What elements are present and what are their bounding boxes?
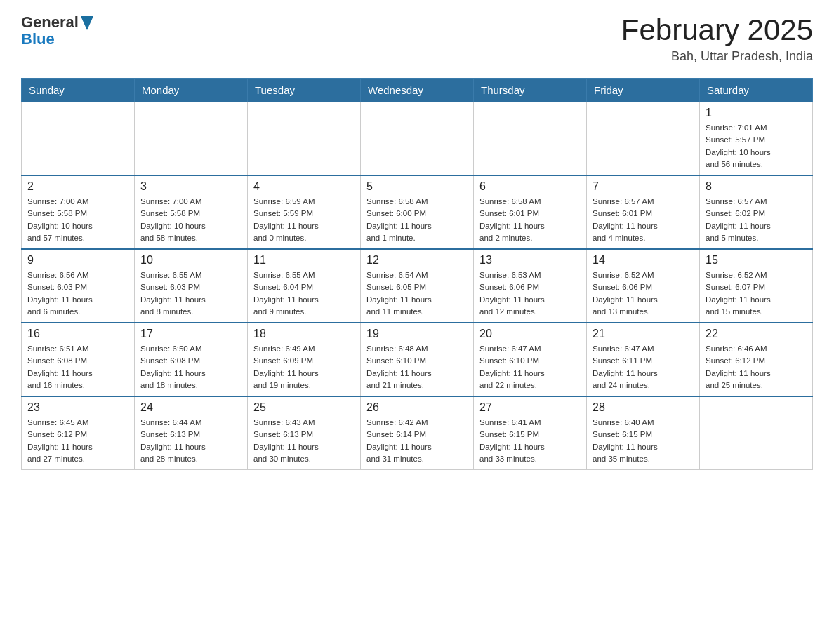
header-sunday: Sunday (22, 79, 135, 102)
day-info: Sunrise: 6:52 AMSunset: 6:07 PMDaylight:… (706, 269, 807, 318)
day-number: 9 (27, 254, 128, 267)
day-number: 25 (253, 401, 355, 414)
header-saturday: Saturday (700, 79, 813, 102)
header-thursday: Thursday (474, 79, 587, 102)
day-number: 1 (706, 107, 807, 119)
day-number: 27 (479, 401, 581, 414)
day-info: Sunrise: 6:57 AMSunset: 6:01 PMDaylight:… (593, 196, 694, 244)
calendar-cell-w3-d6: 15Sunrise: 6:52 AMSunset: 6:07 PMDayligh… (700, 249, 813, 323)
day-info: Sunrise: 6:41 AMSunset: 6:15 PMDaylight:… (479, 417, 581, 465)
day-number: 15 (706, 254, 807, 267)
day-number: 16 (27, 328, 128, 340)
calendar-cell-w3-d1: 10Sunrise: 6:55 AMSunset: 6:03 PMDayligh… (135, 249, 248, 323)
header-friday: Friday (587, 79, 700, 102)
calendar-cell-w4-d3: 19Sunrise: 6:48 AMSunset: 6:10 PMDayligh… (361, 323, 474, 396)
calendar-cell-w1-d4 (474, 102, 587, 176)
calendar-cell-w3-d5: 14Sunrise: 6:52 AMSunset: 6:06 PMDayligh… (587, 249, 700, 323)
calendar-cell-w5-d2: 25Sunrise: 6:43 AMSunset: 6:13 PMDayligh… (248, 396, 361, 470)
header-monday: Monday (135, 79, 248, 102)
logo-blue-text: Blue (21, 30, 55, 48)
day-info: Sunrise: 6:43 AMSunset: 6:13 PMDaylight:… (253, 417, 355, 465)
day-number: 13 (479, 254, 581, 267)
calendar-cell-w5-d1: 24Sunrise: 6:44 AMSunset: 6:13 PMDayligh… (135, 396, 248, 470)
day-number: 3 (140, 180, 241, 193)
day-number: 22 (706, 328, 807, 340)
day-number: 4 (253, 180, 355, 193)
svg-marker-0 (81, 16, 93, 30)
day-info: Sunrise: 6:47 AMSunset: 6:11 PMDaylight:… (593, 343, 694, 391)
day-info: Sunrise: 7:01 AMSunset: 5:57 PMDaylight:… (706, 122, 807, 170)
day-number: 6 (479, 180, 581, 193)
day-number: 7 (593, 180, 694, 193)
day-number: 18 (253, 328, 355, 340)
day-info: Sunrise: 6:48 AMSunset: 6:10 PMDaylight:… (366, 343, 468, 391)
calendar-table: Sunday Monday Tuesday Wednesday Thursday… (21, 78, 813, 470)
calendar-cell-w1-d3 (361, 102, 474, 176)
calendar-cell-w1-d1 (135, 102, 248, 176)
calendar-cell-w2-d2: 4Sunrise: 6:59 AMSunset: 5:59 PMDaylight… (248, 175, 361, 249)
calendar-cell-w2-d1: 3Sunrise: 7:00 AMSunset: 5:58 PMDaylight… (135, 175, 248, 249)
calendar-cell-w2-d5: 7Sunrise: 6:57 AMSunset: 6:01 PMDaylight… (587, 175, 700, 249)
day-info: Sunrise: 6:52 AMSunset: 6:06 PMDaylight:… (593, 269, 694, 318)
title-section: February 2025 Bah, Uttar Pradesh, India (621, 14, 813, 64)
day-number: 20 (479, 328, 581, 340)
week-row-4: 16Sunrise: 6:51 AMSunset: 6:08 PMDayligh… (22, 323, 813, 396)
calendar-cell-w1-d5 (587, 102, 700, 176)
day-info: Sunrise: 6:45 AMSunset: 6:12 PMDaylight:… (27, 417, 128, 465)
location-title: Bah, Uttar Pradesh, India (621, 49, 813, 64)
day-number: 26 (366, 401, 468, 414)
calendar-cell-w3-d0: 9Sunrise: 6:56 AMSunset: 6:03 PMDaylight… (22, 249, 135, 323)
day-info: Sunrise: 6:50 AMSunset: 6:08 PMDaylight:… (140, 343, 241, 391)
calendar-cell-w1-d2 (248, 102, 361, 176)
day-info: Sunrise: 6:42 AMSunset: 6:14 PMDaylight:… (366, 417, 468, 465)
calendar-cell-w4-d5: 21Sunrise: 6:47 AMSunset: 6:11 PMDayligh… (587, 323, 700, 396)
week-row-1: 1Sunrise: 7:01 AMSunset: 5:57 PMDaylight… (22, 102, 813, 176)
day-info: Sunrise: 6:49 AMSunset: 6:09 PMDaylight:… (253, 343, 355, 391)
day-info: Sunrise: 6:59 AMSunset: 5:59 PMDaylight:… (253, 196, 355, 244)
day-number: 10 (140, 254, 241, 267)
week-row-2: 2Sunrise: 7:00 AMSunset: 5:58 PMDaylight… (22, 175, 813, 249)
day-info: Sunrise: 6:44 AMSunset: 6:13 PMDaylight:… (140, 417, 241, 465)
page-header: General Blue February 2025 Bah, Uttar Pr… (21, 14, 813, 64)
calendar-cell-w5-d5: 28Sunrise: 6:40 AMSunset: 6:15 PMDayligh… (587, 396, 700, 470)
day-number: 23 (27, 401, 128, 414)
day-info: Sunrise: 6:58 AMSunset: 6:01 PMDaylight:… (479, 196, 581, 244)
day-number: 14 (593, 254, 694, 267)
day-info: Sunrise: 6:58 AMSunset: 6:00 PMDaylight:… (366, 196, 468, 244)
calendar-cell-w4-d2: 18Sunrise: 6:49 AMSunset: 6:09 PMDayligh… (248, 323, 361, 396)
calendar-cell-w4-d1: 17Sunrise: 6:50 AMSunset: 6:08 PMDayligh… (135, 323, 248, 396)
day-info: Sunrise: 6:53 AMSunset: 6:06 PMDaylight:… (479, 269, 581, 318)
week-row-3: 9Sunrise: 6:56 AMSunset: 6:03 PMDaylight… (22, 249, 813, 323)
calendar-cell-w4-d6: 22Sunrise: 6:46 AMSunset: 6:12 PMDayligh… (700, 323, 813, 396)
calendar-cell-w5-d3: 26Sunrise: 6:42 AMSunset: 6:14 PMDayligh… (361, 396, 474, 470)
week-row-5: 23Sunrise: 6:45 AMSunset: 6:12 PMDayligh… (22, 396, 813, 470)
logo: General Blue (21, 14, 93, 48)
calendar-cell-w3-d4: 13Sunrise: 6:53 AMSunset: 6:06 PMDayligh… (474, 249, 587, 323)
day-number: 17 (140, 328, 241, 340)
day-info: Sunrise: 7:00 AMSunset: 5:58 PMDaylight:… (140, 196, 241, 244)
calendar-cell-w3-d2: 11Sunrise: 6:55 AMSunset: 6:04 PMDayligh… (248, 249, 361, 323)
day-number: 28 (593, 401, 694, 414)
day-info: Sunrise: 6:54 AMSunset: 6:05 PMDaylight:… (366, 269, 468, 318)
day-number: 24 (140, 401, 241, 414)
logo-arrow-icon (81, 16, 93, 30)
day-info: Sunrise: 7:00 AMSunset: 5:58 PMDaylight:… (27, 196, 128, 244)
calendar-cell-w2-d0: 2Sunrise: 7:00 AMSunset: 5:58 PMDaylight… (22, 175, 135, 249)
header-wednesday: Wednesday (361, 79, 474, 102)
day-info: Sunrise: 6:55 AMSunset: 6:04 PMDaylight:… (253, 269, 355, 318)
calendar-cell-w2-d4: 6Sunrise: 6:58 AMSunset: 6:01 PMDaylight… (474, 175, 587, 249)
logo-general-text: General (21, 14, 79, 31)
calendar-cell-w5-d0: 23Sunrise: 6:45 AMSunset: 6:12 PMDayligh… (22, 396, 135, 470)
calendar-cell-w2-d6: 8Sunrise: 6:57 AMSunset: 6:02 PMDaylight… (700, 175, 813, 249)
day-number: 11 (253, 254, 355, 267)
day-info: Sunrise: 6:51 AMSunset: 6:08 PMDaylight:… (27, 343, 128, 391)
calendar-cell-w3-d3: 12Sunrise: 6:54 AMSunset: 6:05 PMDayligh… (361, 249, 474, 323)
calendar-header-row: Sunday Monday Tuesday Wednesday Thursday… (22, 79, 813, 102)
calendar-cell-w2-d3: 5Sunrise: 6:58 AMSunset: 6:00 PMDaylight… (361, 175, 474, 249)
month-title: February 2025 (621, 14, 813, 46)
day-info: Sunrise: 6:57 AMSunset: 6:02 PMDaylight:… (706, 196, 807, 244)
day-number: 2 (27, 180, 128, 193)
day-number: 12 (366, 254, 468, 267)
day-number: 19 (366, 328, 468, 340)
header-tuesday: Tuesday (248, 79, 361, 102)
